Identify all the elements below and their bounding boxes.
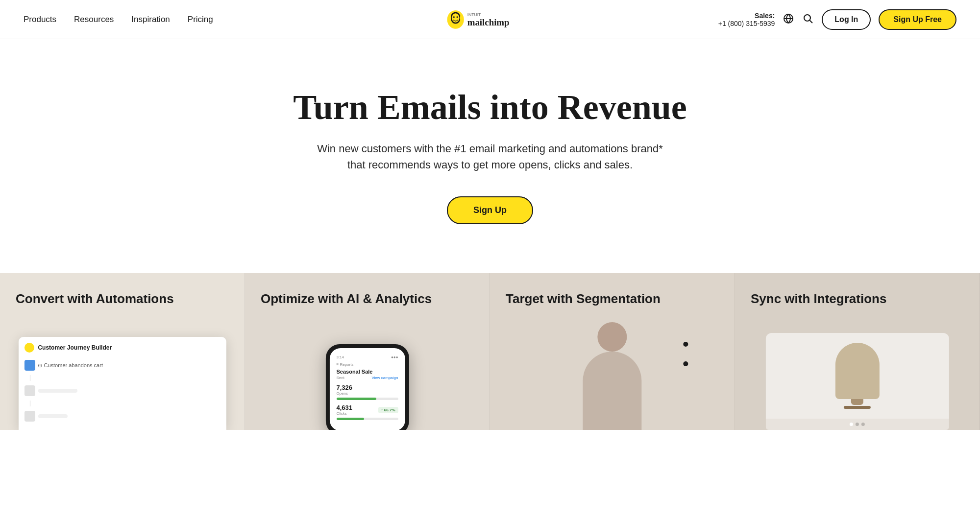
feature-title-ai-analytics: Optimize with AI & Analytics: [261, 291, 474, 307]
journey-connector-1: [29, 375, 30, 381]
measure-guide: [683, 342, 698, 366]
journey-icon-3: [24, 411, 35, 422]
journey-row-1: ⊙ Customer abandons cart: [24, 357, 220, 373]
svg-text:mailchimp: mailchimp: [467, 17, 510, 27]
person-head: [597, 322, 627, 352]
clicks-label: Clicks: [336, 411, 352, 416]
carousel-dot-2: [856, 423, 859, 426]
journey-builder-mock: Customer Journey Builder ⊙ Customer aban…: [18, 337, 226, 430]
campaign-sub: Sent View campaign: [336, 376, 398, 380]
feature-card-automations: Convert with Automations Customer Journe…: [0, 273, 245, 430]
growth-badge: ↑ 66.7%: [378, 407, 398, 413]
carousel-dot-active: [850, 423, 853, 426]
lamp-base: [851, 399, 863, 405]
lamp-foot: [844, 406, 871, 409]
journey-connector-2: [29, 401, 30, 406]
journey-header: Customer Journey Builder: [24, 343, 220, 353]
feature-visual-ai: 3:14 ●●● ≡ Reports Seasonal Sale Sent Vi…: [263, 344, 471, 430]
feature-card-integrations: Sync with Integrations: [735, 273, 980, 430]
svg-point-3: [453, 16, 455, 18]
phone-screen: 3:14 ●●● ≡ Reports Seasonal Sale Sent Vi…: [329, 348, 405, 430]
journey-icon-1: [24, 360, 35, 371]
person-visual: [527, 332, 698, 430]
person-body: [583, 352, 641, 430]
nav-link-inspiration[interactable]: Inspiration: [131, 15, 170, 24]
measure-dot-1: [683, 342, 688, 347]
journey-row-1-label: ⊙ Customer abandons cart: [38, 362, 103, 369]
hero-signup-button[interactable]: Sign Up: [447, 196, 533, 224]
svg-point-10: [804, 15, 810, 21]
opens-progress-bar: [336, 398, 398, 400]
feature-title-integrations: Sync with Integrations: [751, 291, 964, 307]
feature-visual-integrations: [765, 333, 949, 430]
lamp-shade: [835, 343, 880, 399]
svg-point-5: [448, 15, 451, 20]
nav-link-pricing[interactable]: Pricing: [188, 15, 213, 24]
svg-line-11: [810, 20, 813, 23]
phone-topbar: 3:14 ●●●: [336, 355, 398, 359]
measure-dots: [683, 342, 698, 366]
opens-count: 7,326: [336, 384, 398, 391]
campaign-title: Seasonal Sale: [336, 369, 398, 375]
clicks-info: 4,631 Clicks: [336, 404, 352, 416]
search-icon[interactable]: [802, 13, 814, 26]
feature-visual-segmentation: [527, 332, 698, 430]
sales-label: Sales:: [718, 12, 775, 20]
hero-section: Turn Emails into Revenue Win new custome…: [0, 39, 980, 273]
globe-icon[interactable]: [783, 13, 794, 26]
feature-visual-automations: Customer Journey Builder ⊙ Customer aban…: [18, 337, 226, 430]
journey-row-3-placeholder: [38, 414, 67, 418]
clicks-row: 4,631 Clicks ↑ 66.7%: [336, 404, 398, 416]
nav-link-resources[interactable]: Resources: [74, 15, 114, 24]
clicks-progress-bar: [336, 418, 398, 420]
svg-text:INTUIT: INTUIT: [467, 12, 481, 17]
features-strip: Convert with Automations Customer Journe…: [0, 273, 980, 430]
phone-mockup: 3:14 ●●● ≡ Reports Seasonal Sale Sent Vi…: [325, 344, 409, 430]
logo[interactable]: INTUIT mailchimp: [444, 8, 537, 31]
product-mockup: [765, 333, 949, 419]
feature-title-automations: Convert with Automations: [16, 291, 229, 307]
opens-progress-fill: [336, 398, 376, 400]
carousel-dot-3: [861, 423, 865, 426]
carousel-dots: [765, 419, 949, 430]
sales-info: Sales: +1 (800) 315-5939: [718, 12, 775, 27]
reports-label: ≡ Reports: [336, 362, 398, 367]
hero-subtitle: Win new customers with the #1 email mark…: [314, 141, 666, 173]
signup-free-button[interactable]: Sign Up Free: [879, 9, 956, 30]
login-button[interactable]: Log In: [822, 9, 871, 30]
phone-wrap: 3:14 ●●● ≡ Reports Seasonal Sale Sent Vi…: [263, 344, 471, 430]
feature-card-segmentation: Target with Segmentation: [490, 273, 735, 430]
journey-logo-icon: [24, 343, 34, 353]
opens-label: Opens: [336, 391, 398, 396]
nav-link-products[interactable]: Products: [24, 15, 56, 24]
hero-title: Turn Emails into Revenue: [293, 88, 686, 127]
nav-left: Products Resources Inspiration Pricing: [24, 15, 213, 24]
svg-point-4: [456, 16, 458, 18]
svg-point-6: [460, 15, 463, 20]
clicks-count: 4,631: [336, 404, 352, 411]
sales-phone: +1 (800) 315-5939: [718, 20, 775, 27]
feature-title-segmentation: Target with Segmentation: [506, 291, 719, 307]
navbar: Products Resources Inspiration Pricing I…: [0, 0, 980, 39]
clicks-progress-fill: [336, 418, 364, 420]
measure-dot-2: [683, 361, 688, 366]
journey-icon-2: [24, 385, 35, 396]
feature-card-ai-analytics: Optimize with AI & Analytics 3:14 ●●● ≡ …: [245, 273, 490, 430]
lamp-container: [835, 343, 880, 409]
person-shape: [583, 352, 641, 430]
journey-row-3: [24, 408, 220, 424]
journey-row-2: [24, 383, 220, 399]
journey-rows: ⊙ Customer abandons cart: [24, 357, 220, 424]
mailchimp-logo-svg: INTUIT mailchimp: [444, 8, 537, 31]
nav-right: Sales: +1 (800) 315-5939 Log In Sign Up …: [718, 9, 956, 30]
journey-row-2-placeholder: [38, 389, 77, 393]
